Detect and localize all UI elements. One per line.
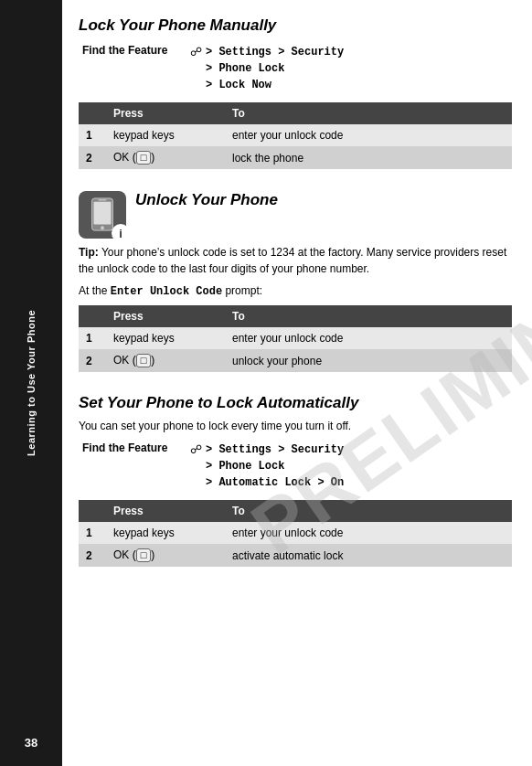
sidebar: Learning to Use Your Phone 38	[0, 0, 62, 766]
t2-row2-to: unlock your phone	[225, 349, 512, 372]
find-feature-1-label: Find the Feature	[82, 44, 183, 57]
prompt-text: At the Enter Unlock Code prompt:	[79, 284, 512, 298]
table1-header-to: To	[225, 102, 512, 124]
t3-row2-num: 2	[79, 544, 106, 567]
info-circle: i	[112, 224, 130, 242]
phone-icon-container: i	[79, 191, 126, 239]
t2-row2-num: 2	[79, 349, 106, 372]
unlock-section: i Unlock Your Phone	[79, 191, 512, 239]
info-letter: i	[119, 227, 122, 240]
table2-header-press: Press	[106, 305, 225, 327]
find-feature-2-label: Find the Feature	[82, 442, 183, 454]
table3-header-num	[79, 500, 106, 522]
t2-row1-press: keypad keys	[106, 327, 225, 349]
section3-title: Set Your Phone to Lock Automatically	[79, 394, 512, 412]
tip-content: Your phone’s unlock code is set to 1234 …	[79, 246, 506, 275]
table-3: Press To 1 keypad keys enter your unlock…	[79, 500, 512, 567]
table2-header-num	[79, 305, 106, 327]
svg-point-2	[101, 226, 104, 229]
tip-bold-label: Tip:	[79, 246, 99, 259]
table-row: 1 keypad keys enter your unlock code	[79, 124, 512, 146]
row1-press: keypad keys	[106, 124, 225, 146]
find-feature-2: Find the Feature ☍ > Settings > Security…	[82, 442, 512, 491]
t2-row2-press: OK (□)	[106, 349, 225, 372]
table-row: 2 OK (□) lock the phone	[79, 146, 512, 169]
menu-icon-1: ☍	[190, 45, 202, 59]
table-row: 2 OK (□) activate automatic lock	[79, 544, 512, 567]
find-feature-1-path: > Settings > Security > Phone Lock > Loc…	[206, 44, 344, 93]
table2-header-to: To	[225, 305, 512, 327]
table-2: Press To 1 keypad keys enter your unlock…	[79, 305, 512, 372]
table3-header-press: Press	[106, 500, 225, 522]
t2-row1-to: enter your unlock code	[225, 327, 512, 349]
prompt-suffix: prompt:	[222, 284, 262, 297]
table-1: Press To 1 keypad keys enter your unlock…	[79, 102, 512, 169]
table3-header-to: To	[225, 500, 512, 522]
section2-title: Unlock Your Phone	[135, 191, 278, 209]
page-number: 38	[25, 736, 37, 750]
t3-row2-to: activate automatic lock	[225, 544, 512, 567]
row2-press: OK (□)	[106, 146, 225, 169]
row2-to: lock the phone	[225, 146, 512, 169]
find-feature-2-path: > Settings > Security > Phone Lock > Aut…	[206, 442, 344, 491]
menu-icon-2: ☍	[190, 442, 202, 456]
t3-row2-press: OK (□)	[106, 544, 225, 567]
main-content: Lock Your Phone Manually Find the Featur…	[62, 0, 532, 766]
table-row: 2 OK (□) unlock your phone	[79, 349, 512, 372]
prompt-prefix: At the	[79, 284, 111, 297]
table1-header-press: Press	[106, 102, 225, 124]
find-feature-1: Find the Feature ☍ > Settings > Security…	[82, 44, 512, 93]
t3-row1-to: enter your unlock code	[225, 522, 512, 544]
t2-row1-num: 1	[79, 327, 106, 349]
svg-rect-1	[94, 202, 112, 225]
section1-title: Lock Your Phone Manually	[79, 16, 512, 35]
table1-header-num	[79, 102, 106, 124]
row1-num: 1	[79, 124, 106, 146]
sidebar-label: Learning to Use Your Phone	[26, 310, 37, 456]
t3-row1-num: 1	[79, 522, 106, 544]
prompt-mono: Enter Unlock Code	[111, 285, 222, 298]
row1-to: enter your unlock code	[225, 124, 512, 146]
t3-row1-press: keypad keys	[106, 522, 225, 544]
tip-text: Tip: Your phone’s unlock code is set to …	[79, 244, 512, 277]
section3-desc: You can set your phone to lock every tim…	[79, 418, 512, 434]
table-row: 1 keypad keys enter your unlock code	[79, 327, 512, 349]
table-row: 1 keypad keys enter your unlock code	[79, 522, 512, 544]
row2-num: 2	[79, 146, 106, 169]
